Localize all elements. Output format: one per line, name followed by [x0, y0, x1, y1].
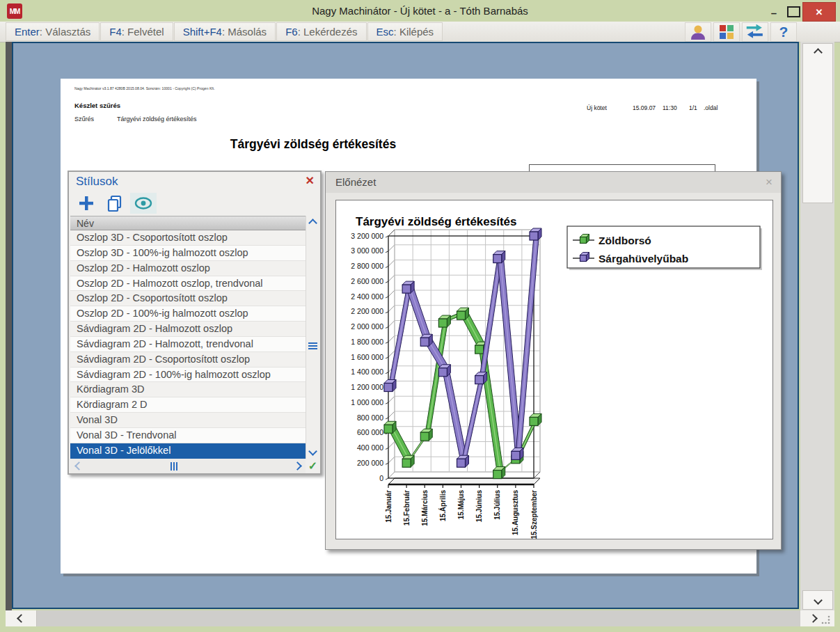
styles-vertical-scrollbar[interactable] [306, 216, 319, 459]
scrollbar-corner [800, 610, 834, 626]
scroll-down-icon[interactable] [802, 590, 833, 610]
x-axis-label: 15.Július [493, 490, 501, 520]
preview-title-bar [326, 172, 781, 193]
question-mark-glyph: ? [779, 24, 789, 40]
report-title: Tárgyévi zöldség értékesítés [223, 137, 404, 152]
style-list-item[interactable]: Oszlop 3D - 100%-ig halmozott oszlop [70, 246, 306, 261]
meta-date: 15.09.07 [633, 104, 663, 111]
preview-panel: Előnézet × Tárgyévi zöldség értékesítés0… [325, 171, 782, 550]
shortcut-label: Másolás [228, 26, 267, 38]
scroll-right-icon[interactable] [289, 459, 306, 473]
style-list-item[interactable]: Oszlop 2D - Halmozott oszlop [70, 261, 306, 276]
shortcut-key: Enter [15, 26, 40, 38]
scroll-right-icon[interactable] [806, 610, 820, 626]
confirm-check-icon[interactable]: ✓ [306, 459, 320, 473]
scrollbar-thumb[interactable] [308, 342, 317, 349]
preview-close-icon[interactable]: × [766, 175, 772, 189]
y-axis-label: 2 400 000 [351, 292, 383, 301]
toolbar-button-enter[interactable]: Enter: Választás [6, 22, 100, 41]
scroll-up-icon[interactable] [308, 219, 317, 227]
y-axis-label: 2 800 000 [351, 262, 383, 270]
y-axis-label: 2 000 000 [351, 322, 383, 331]
report-name: Készlet szűrés [74, 102, 120, 109]
modules-icon[interactable] [713, 22, 740, 42]
style-list-item[interactable]: Sávdiagram 2D - Halmozott oszlop [70, 322, 306, 337]
resize-grip-icon[interactable] [821, 615, 831, 624]
preview-title: Előnézet [335, 176, 376, 188]
user-icon[interactable] [685, 22, 711, 42]
style-list-item[interactable]: Oszlop 2D - Halmozott oszlop, trendvonal [70, 276, 306, 292]
main-vertical-scrollbar[interactable] [800, 42, 834, 610]
toolbar-button-shift-f4[interactable]: Shift+F4: Másolás [174, 22, 276, 41]
close-button[interactable]: ✕ [802, 2, 836, 22]
y-axis-label: 1 600 000 [351, 353, 383, 361]
shortcut-label: Lekérdezés [303, 26, 358, 38]
styles-close-icon[interactable]: ✕ [306, 174, 315, 187]
shortcut-key: F6 [285, 26, 298, 38]
y-axis-label: 1 400 000 [351, 368, 383, 376]
style-list-item[interactable]: Kördiagram 3D [70, 382, 306, 397]
shortcut-separator: : [394, 26, 399, 38]
report-meta: Új kötet 15.09.07 11:30 1/1 .oldal [587, 104, 718, 111]
toolbar-buttons: Enter: VálasztásF4: FelvételShift+F4: Má… [6, 22, 443, 41]
toolbar-button-f4[interactable]: F4: Felvétel [100, 22, 173, 41]
style-list-item[interactable]: Oszlop 2D - 100%-ig halmozott oszlop [70, 306, 306, 322]
meta-page-suffix: .oldal [704, 104, 718, 111]
style-list-item[interactable]: Sávdiagram 2D - Csoportosított oszlop [70, 352, 306, 368]
transfer-arrows-icon[interactable] [742, 22, 768, 42]
preview-eye-icon[interactable] [130, 193, 157, 214]
y-axis-label: 1 800 000 [351, 338, 383, 346]
style-list-item[interactable]: Vonal 3D [70, 413, 306, 428]
copy-icon[interactable] [102, 193, 128, 214]
meta-time: 11:30 [663, 104, 689, 111]
style-list-item[interactable]: Vonal 3D - Trendvonal [70, 428, 306, 443]
style-list-item[interactable]: Oszlop 3D - Csoportosított oszlop [70, 230, 306, 246]
shortcut-label: Választás [45, 26, 90, 38]
report-filter-row: Szűrés Tárgyévi zöldség értékesítés [74, 116, 197, 123]
shortcut-label: Kilépés [399, 26, 434, 38]
style-list-item[interactable]: Vonal 3D - Jelölőkkel [70, 443, 306, 459]
report-micro-header: Nagy Machinátor v3.1.87 4280B 2015.08.04… [74, 87, 215, 90]
styles-column-header[interactable]: Név [70, 216, 306, 230]
scroll-up-icon[interactable] [813, 48, 823, 56]
style-list-item[interactable]: Sávdiagram 2D - 100%-ig halmozott oszlop [70, 368, 306, 383]
add-icon[interactable] [73, 193, 100, 214]
scroll-down-icon[interactable] [308, 447, 317, 455]
maximize-button[interactable] [787, 6, 800, 17]
y-axis-label: 200 000 [357, 459, 383, 467]
meta-page-number: 1/1 [689, 104, 704, 111]
left-dock-strip [6, 42, 12, 610]
x-axis-label: 15.Február [403, 490, 411, 526]
y-axis-label: 3 200 000 [351, 232, 383, 240]
x-axis-label: 15.Április [438, 490, 447, 521]
legend-label: Sárgahüvelyűbab [599, 253, 688, 264]
toolbar-button-f6[interactable]: F6: Lekérdezés [276, 22, 366, 41]
preview-chart: Tárgyévi zöldség értékesítés0200 000400 … [336, 200, 772, 539]
main-horizontal-scrollbar[interactable] [6, 610, 800, 626]
styles-horizontal-scrollbar[interactable] [70, 459, 306, 473]
help-icon[interactable]: ? [770, 22, 797, 42]
shortcut-key: Esc [377, 26, 394, 38]
scrollbar-thumb[interactable] [802, 43, 833, 203]
style-list-item[interactable]: Sávdiagram 2D - Halmozott, trendvonal [70, 337, 306, 352]
shortcut-separator: : [40, 26, 45, 38]
scroll-left-icon[interactable] [6, 610, 37, 626]
toolbar-button-esc[interactable]: Esc: Kilépés [367, 22, 443, 41]
y-axis-label: 400 000 [357, 443, 383, 452]
scrollbar-thumb[interactable] [171, 462, 177, 471]
shortcut-label: Felvétel [127, 26, 164, 38]
shortcut-separator: : [298, 26, 303, 38]
style-list-item[interactable]: Oszlop 2D - Csoportosított oszlop [70, 291, 306, 306]
window-title: Nagy Machinátor - Új kötet - a - Tóth Ba… [0, 0, 840, 22]
series-Sárgahüvelyűbab [384, 228, 541, 467]
title-bar: Nagy Machinátor - Új kötet - a - Tóth Ba… [0, 0, 840, 22]
minimize-button[interactable]: – [766, 4, 782, 18]
scroll-left-icon[interactable] [70, 459, 87, 473]
style-list-item[interactable]: Kördiagram 2 D [70, 397, 306, 413]
x-axis-label: 15.Május [457, 490, 465, 520]
shortcut-separator: : [122, 26, 127, 38]
chart-container: Tárgyévi zöldség értékesítés0200 000400 … [335, 200, 773, 539]
chart-legend: ZöldborsóSárgahüvelyűbab [567, 226, 762, 270]
y-axis-label: 800 000 [357, 413, 383, 422]
x-axis-label: 15.Január [385, 490, 393, 523]
